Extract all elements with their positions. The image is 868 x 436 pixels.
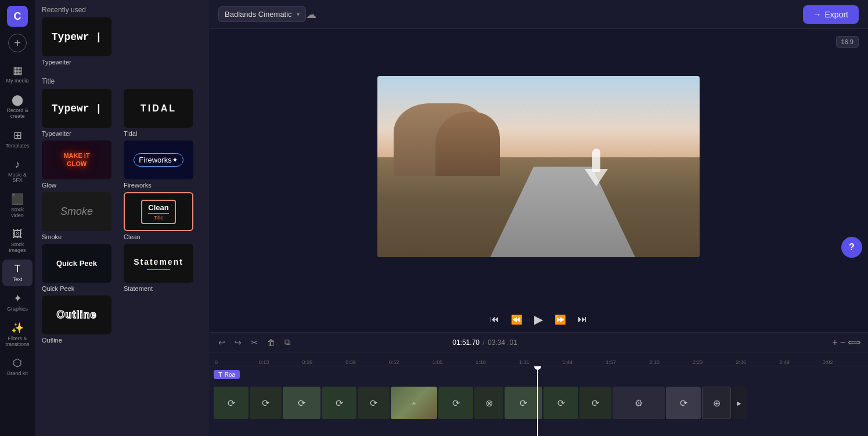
panel-item-quick-peek[interactable]: Quick Peek Quick Peek bbox=[42, 244, 120, 292]
panel-item-fireworks[interactable]: Fireworks✦ Fireworks bbox=[124, 140, 202, 189]
panel-item-outline[interactable]: Outline Outline bbox=[42, 296, 120, 344]
main-area: Badlands Cinematic ▾ ☁ → Export 16:9 bbox=[209, 0, 868, 436]
clip-thumb-extra: ▶ bbox=[732, 387, 746, 419]
rewind-icon: ⏪ bbox=[511, 314, 523, 325]
panel-item-glow[interactable]: MAKE ITGLOW Glow bbox=[42, 140, 120, 189]
timeline-playhead[interactable] bbox=[537, 366, 538, 436]
panel-item-statement[interactable]: Statement Statement bbox=[124, 244, 202, 292]
record-icon: ⬤ bbox=[12, 93, 23, 106]
track-clip-end1[interactable]: ⟳ bbox=[666, 387, 701, 419]
zoom-controls: + − ⟺ bbox=[832, 337, 861, 348]
quick-peek-label: Quick Peek bbox=[42, 285, 120, 292]
add-button[interactable]: + bbox=[8, 34, 27, 52]
ruler-0: 0 bbox=[215, 359, 218, 365]
timeline-toolbar: ↩ ↪ ✂ 🗑 ⧉ 01:51.70 / 03:34.01 + − ⟺ bbox=[209, 333, 868, 352]
panel-item-smoke[interactable]: Smoke Smoke bbox=[42, 192, 120, 240]
zoom-in-button[interactable]: + bbox=[832, 337, 837, 348]
title-section-header: Title bbox=[35, 71, 209, 89]
statement-label: Statement bbox=[124, 285, 202, 292]
clip-thumb-7: ⟳ bbox=[438, 387, 473, 419]
tidal-label: Tidal bbox=[124, 130, 202, 137]
duplicate-button[interactable]: ⧉ bbox=[282, 336, 293, 348]
text-icon: T bbox=[15, 263, 21, 275]
sidebar-item-record[interactable]: ⬤ Record & create bbox=[2, 90, 33, 123]
zoom-out-button[interactable]: − bbox=[840, 337, 845, 348]
cut-button[interactable]: ✂ bbox=[248, 337, 260, 348]
sidebar-item-templates[interactable]: ⊞ Templates bbox=[2, 125, 33, 153]
panel-item-clean[interactable]: Clean Title Clean bbox=[124, 192, 202, 240]
cloud-save-icon[interactable]: ☁ bbox=[306, 8, 316, 21]
clip-thumb-8: ⊗ bbox=[474, 387, 503, 419]
track-clip-3[interactable]: ⟳ bbox=[283, 387, 320, 419]
top-bar: Badlands Cinematic ▾ ☁ → Export bbox=[209, 0, 868, 29]
filters-icon: ✨ bbox=[11, 322, 24, 334]
ruler-105: 1:05 bbox=[433, 359, 443, 365]
panel-item-typewriter[interactable]: Typewr | Typewriter bbox=[42, 89, 120, 137]
chevron-down-icon: ▾ bbox=[297, 11, 300, 17]
track-chip: T Roa bbox=[214, 370, 240, 379]
track-clip-10[interactable]: ⟳ bbox=[543, 387, 578, 419]
app-logo[interactable]: C bbox=[7, 6, 28, 27]
track-clip-extra[interactable]: ▶ bbox=[732, 387, 746, 419]
fireworks-label: Fireworks bbox=[124, 182, 202, 189]
clip-thumb-1: ⟳ bbox=[214, 387, 248, 419]
track-clip-settings[interactable]: ⚙ bbox=[613, 387, 665, 419]
typewriter-thumb: Typewr | bbox=[42, 89, 111, 128]
sidebar-item-stock-images[interactable]: 🖼 Stock images bbox=[2, 225, 33, 257]
sidebar-item-brand-kit[interactable]: ⬡ Brand kit bbox=[2, 353, 33, 380]
clip-thumb-4: ⟳ bbox=[322, 387, 356, 419]
delete-button[interactable]: 🗑 bbox=[265, 337, 278, 348]
sidebar-item-music[interactable]: ♪ Music & SFX bbox=[2, 155, 33, 188]
aspect-ratio-badge: 16:9 bbox=[836, 36, 859, 48]
music-icon: ♪ bbox=[15, 158, 20, 171]
glow-label: Glow bbox=[42, 182, 120, 189]
help-button[interactable]: ? bbox=[841, 237, 862, 258]
sidebar-item-graphics[interactable]: ✦ Graphics bbox=[2, 289, 33, 316]
graphics-icon: ✦ bbox=[13, 292, 22, 305]
ruler-302: 3:02 bbox=[823, 359, 833, 365]
video-rock-2 bbox=[435, 112, 500, 175]
play-button[interactable]: ▶ bbox=[532, 310, 545, 329]
sidebar-item-my-media[interactable]: ▦ My media bbox=[2, 60, 33, 88]
ruler-236: 2:36 bbox=[736, 359, 747, 365]
track-clip-last[interactable]: ⊕ bbox=[702, 387, 731, 419]
track-clip-7[interactable]: ⟳ bbox=[438, 387, 473, 419]
export-button[interactable]: → Export bbox=[803, 5, 859, 24]
track-clip-1[interactable]: ⟳ bbox=[214, 387, 248, 419]
clip-thumb-10: ⟳ bbox=[543, 387, 578, 419]
outline-label: Outline bbox=[42, 337, 120, 344]
panel-item-typewriter-recent[interactable]: Typewr | Typewriter bbox=[42, 17, 120, 66]
sidebar-item-filters[interactable]: ✨ Filters & transitions bbox=[2, 318, 33, 351]
ruler-013: 0:13 bbox=[259, 359, 269, 365]
redo-button[interactable]: ↪ bbox=[232, 337, 244, 348]
preview-area: 16:9 ? bbox=[209, 29, 868, 304]
current-time-ms: 70 bbox=[472, 338, 480, 347]
sidebar-item-stock-video[interactable]: ⬛ Stock video bbox=[2, 189, 33, 222]
clip-thumb-5: ⟳ bbox=[358, 387, 390, 419]
video-scene bbox=[377, 76, 700, 257]
track-clip-5[interactable]: ⟳ bbox=[358, 387, 390, 419]
track-clip-8[interactable]: ⊗ bbox=[474, 387, 503, 419]
panel-item-tidal[interactable]: TIDAL Tidal bbox=[124, 89, 202, 137]
skip-to-end-button[interactable]: ⏭ bbox=[575, 312, 589, 327]
undo-button[interactable]: ↩ bbox=[216, 337, 228, 348]
timeline-area: ↩ ↪ ✂ 🗑 ⧉ 01:51.70 / 03:34.01 + − ⟺ 0 0:… bbox=[209, 332, 868, 436]
fast-forward-icon: ⏩ bbox=[554, 314, 566, 325]
time-separator: / bbox=[482, 338, 487, 347]
clip-thumb-3: ⟳ bbox=[283, 387, 320, 419]
fit-button[interactable]: ⟺ bbox=[848, 337, 861, 348]
typewriter-recent-label: Typewriter bbox=[42, 59, 120, 66]
track-clip-11[interactable]: ⟳ bbox=[579, 387, 611, 419]
track-clip-2[interactable]: ⟳ bbox=[250, 387, 282, 419]
track-clip-4[interactable]: ⟳ bbox=[322, 387, 356, 419]
track-clip-featured[interactable]: 🏍 bbox=[391, 387, 437, 419]
project-selector[interactable]: Badlands Cinematic ▾ bbox=[218, 6, 306, 22]
clip-thumb-last: ⊕ bbox=[703, 387, 730, 419]
rewind-button[interactable]: ⏪ bbox=[509, 312, 525, 327]
skip-to-start-button[interactable]: ⏮ bbox=[488, 312, 502, 327]
project-name: Badlands Cinematic bbox=[225, 10, 292, 19]
fast-forward-button[interactable]: ⏩ bbox=[552, 312, 568, 327]
typewriter-label: Typewriter bbox=[42, 130, 120, 137]
tidal-thumb: TIDAL bbox=[124, 89, 193, 128]
sidebar-item-text[interactable]: T Text bbox=[2, 260, 33, 286]
